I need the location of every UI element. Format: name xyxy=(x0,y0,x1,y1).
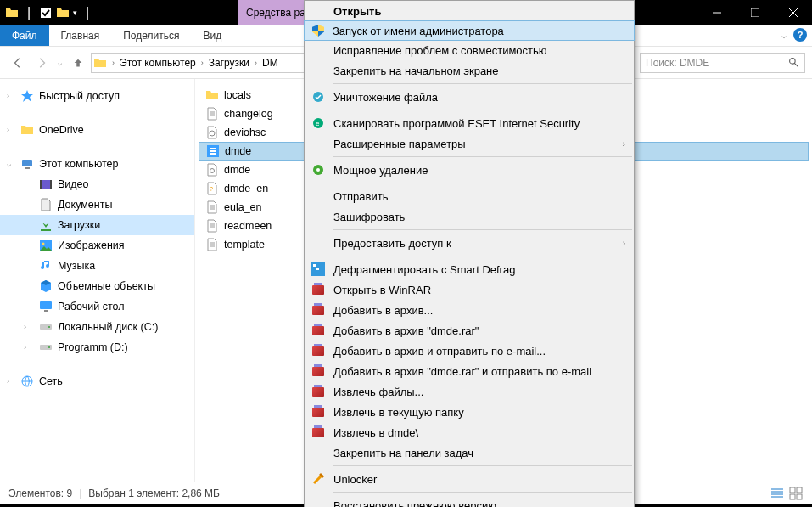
chevron-right-icon: › xyxy=(7,126,9,134)
cm-separator xyxy=(333,110,632,110)
sidebar-onedrive[interactable]: ›OneDrive xyxy=(0,120,194,140)
star-icon xyxy=(20,89,34,103)
cm-separator xyxy=(333,229,632,230)
sidebar-pictures[interactable]: Изображения xyxy=(0,235,194,256)
cm-separator xyxy=(333,465,632,466)
sidebar-desktop[interactable]: Рабочий стол xyxy=(0,296,194,317)
cm-open[interactable]: Открыть xyxy=(305,1,634,21)
cm-winrar-add-named[interactable]: Добавить в архив "dmde.rar" xyxy=(305,320,634,341)
sidebar-network[interactable]: ›Сеть xyxy=(0,371,194,392)
cm-eset-advanced[interactable]: Расширенные параметры› xyxy=(305,133,634,154)
sidebar-localdisk[interactable]: ›Локальный диск (C:) xyxy=(0,317,194,337)
history-dropdown-icon[interactable]: ⌵ xyxy=(54,59,65,67)
sidebar-downloads[interactable]: Загрузки xyxy=(0,215,194,235)
shred-icon xyxy=(311,90,325,104)
status-count: Элементов: 9 xyxy=(8,487,72,499)
ribbon-collapse-icon[interactable]: ⌵ xyxy=(781,31,787,40)
exe-icon xyxy=(206,144,220,158)
cm-separator xyxy=(333,183,632,183)
svg-rect-8 xyxy=(25,167,30,169)
cm-encrypt[interactable]: Зашифровать xyxy=(305,206,634,227)
svg-rect-36 xyxy=(316,268,319,270)
breadcrumb-downloads[interactable]: Загрузки xyxy=(205,57,253,69)
status-selection: Выбран 1 элемент: 2,86 МБ xyxy=(88,487,220,499)
view-details-icon[interactable] xyxy=(770,486,785,501)
winrar-icon xyxy=(311,344,325,358)
breadcrumb-sep-icon[interactable]: › xyxy=(110,59,116,67)
sidebar-video[interactable]: Видео xyxy=(0,174,194,194)
cm-winrar-extract-here[interactable]: Извлечь в текущую папку xyxy=(305,402,634,422)
cm-separator xyxy=(333,492,632,493)
back-button[interactable] xyxy=(7,52,29,74)
cm-winrar-add-named-email[interactable]: Добавить в архив "dmde.rar" и отправить … xyxy=(305,361,634,381)
text-file-icon xyxy=(205,219,219,233)
svg-line-6 xyxy=(794,63,798,66)
breadcrumb-sep-icon[interactable]: › xyxy=(199,59,205,67)
qat-divider: | xyxy=(22,6,36,20)
network-icon xyxy=(20,375,34,388)
sidebar-3dobjects[interactable]: Объемные объекты xyxy=(0,276,194,296)
text-file-icon xyxy=(205,238,219,251)
cm-eset-scan[interactable]: eСканировать программой ESET Internet Se… xyxy=(305,113,634,133)
cm-shred[interactable]: Уничтожение файла xyxy=(305,87,634,107)
video-icon xyxy=(39,177,53,191)
svg-rect-0 xyxy=(41,8,51,18)
tab-home[interactable]: Главная xyxy=(49,25,112,46)
cm-winrar-add-email[interactable]: Добавить в архив и отправить по e-mail..… xyxy=(305,341,634,361)
context-menu: Открыть Запуск от имени администратора И… xyxy=(304,0,635,507)
svg-point-17 xyxy=(48,326,50,328)
cm-unlocker[interactable]: Unlocker xyxy=(305,469,634,489)
cm-winrar-extract-folder[interactable]: Извлечь в dmde\ xyxy=(305,422,634,442)
svg-rect-10 xyxy=(40,180,42,189)
window-controls xyxy=(697,0,812,25)
cm-winrar-open[interactable]: Открыть в WinRAR xyxy=(305,279,634,300)
computer-icon xyxy=(20,157,34,171)
cm-compatibility[interactable]: Исправление проблем с совместимостью xyxy=(305,40,634,60)
cm-power-delete[interactable]: Мощное удаление xyxy=(305,160,634,180)
sidebar-thispc[interactable]: ⌵Этот компьютер xyxy=(0,154,194,174)
search-icon xyxy=(788,57,799,68)
search-input[interactable]: Поиск: DMDE xyxy=(640,53,805,73)
qat: | ▾ | xyxy=(0,6,99,20)
close-button[interactable] xyxy=(774,0,812,25)
drive-icon xyxy=(39,341,53,354)
maximize-button[interactable] xyxy=(736,0,774,25)
cm-pin-start[interactable]: Закрепить на начальном экране xyxy=(305,60,634,81)
cm-give-access[interactable]: Предоставить доступ к› xyxy=(305,233,634,253)
cm-sendto[interactable]: Отправить xyxy=(305,186,634,206)
svg-rect-7 xyxy=(22,160,32,166)
cm-defrag[interactable]: Дефрагментировать с Smart Defrag xyxy=(305,259,634,279)
sidebar-documents[interactable]: Документы xyxy=(0,194,194,215)
tab-share[interactable]: Поделиться xyxy=(111,25,191,46)
tab-view[interactable]: Вид xyxy=(191,25,233,46)
winrar-icon xyxy=(311,303,325,317)
checkbox-icon[interactable] xyxy=(39,6,53,20)
sidebar-quick-access[interactable]: ›Быстрый доступ xyxy=(0,86,194,106)
winrar-icon xyxy=(311,405,325,419)
svg-rect-25 xyxy=(790,487,795,493)
help-icon[interactable]: ? xyxy=(793,28,807,42)
svg-text:e: e xyxy=(316,120,320,127)
sidebar-music[interactable]: Музыка xyxy=(0,256,194,276)
cm-pin-taskbar[interactable]: Закрепить на панели задач xyxy=(305,442,634,463)
forward-button[interactable] xyxy=(31,52,53,74)
tab-file[interactable]: Файл xyxy=(0,25,49,46)
breadcrumb-sep-icon[interactable]: › xyxy=(253,59,259,67)
up-button[interactable] xyxy=(67,52,89,74)
music-icon xyxy=(39,259,53,273)
cm-winrar-add[interactable]: Добавить в архив... xyxy=(305,300,634,320)
folder-icon xyxy=(56,6,70,20)
cm-separator xyxy=(333,156,632,157)
breadcrumb-folder[interactable]: DM xyxy=(259,57,282,69)
view-large-icon[interactable] xyxy=(788,486,804,501)
sidebar-programm[interactable]: ›Programm (D:) xyxy=(0,337,194,358)
cm-run-as-admin[interactable]: Запуск от имени администратора xyxy=(304,20,635,41)
folder-icon xyxy=(205,88,219,102)
qat-dropdown-icon[interactable]: ▾ xyxy=(73,8,77,17)
breadcrumb-root[interactable]: Этот компьютер xyxy=(116,57,199,69)
ini-file-icon xyxy=(205,163,219,177)
minimize-button[interactable] xyxy=(697,0,736,25)
cm-restore-version[interactable]: Восстановить прежнюю версию xyxy=(305,495,634,507)
cm-winrar-extract[interactable]: Извлечь файлы... xyxy=(305,381,634,402)
svg-rect-9 xyxy=(40,180,52,189)
